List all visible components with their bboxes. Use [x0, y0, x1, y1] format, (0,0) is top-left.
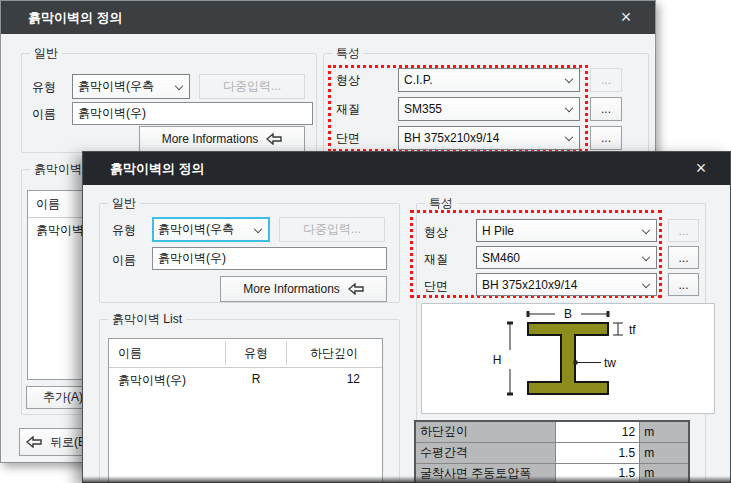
screenshot-stage: 흙막이벽의 정의 × 일반 유형 흙막이벽(우측 다중입력... 이름 흙막이벽…: [0, 0, 731, 483]
back-section-combobox[interactable]: BH 375x210x9/14: [398, 126, 580, 150]
front-multi-input-button[interactable]: 다중입력...: [279, 217, 385, 242]
front-close-button[interactable]: ×: [686, 156, 716, 181]
back-section-more-button[interactable]: ...: [590, 126, 622, 150]
back-type-label: 유형: [32, 79, 56, 96]
front-name-input[interactable]: 흙막이벽(우): [152, 247, 387, 270]
back-list-header-name: 이름: [36, 196, 60, 213]
param-row: 수평간격 1.5 m: [415, 442, 689, 463]
back-shape-label: 형상: [336, 72, 360, 89]
list-header-name[interactable]: 이름: [118, 345, 142, 362]
back-properties-label: 특성: [332, 46, 364, 61]
arrow-left-icon: [266, 133, 282, 145]
back-type-combobox[interactable]: 흙막이벽(우측: [72, 74, 190, 99]
back-material-more-button[interactable]: ...: [590, 97, 622, 121]
front-section-more-button[interactable]: ...: [668, 273, 699, 296]
h-beam-section-diagram: B H tf tw: [421, 303, 715, 414]
arrow-left-icon: [26, 436, 42, 448]
front-titlebar[interactable]: 흙막이벽의 정의: [83, 152, 730, 185]
param-row: 하단깊이 12 m: [415, 421, 689, 442]
param-table: 하단깊이 12 m 수평간격 1.5 m 굴착사면 주동토압폭 1.5 m: [414, 420, 690, 483]
front-properties-label: 특성: [425, 196, 457, 211]
close-icon: ×: [696, 158, 707, 178]
param-value-input[interactable]: 1.5: [555, 463, 640, 483]
front-type-combobox[interactable]: 흙막이벽(우측: [152, 217, 270, 242]
front-material-label: 재질: [424, 251, 448, 268]
list-row-type[interactable]: R: [226, 372, 286, 386]
front-type-label: 유형: [112, 222, 136, 239]
back-name-input[interactable]: 흙막이벽(우): [72, 102, 313, 125]
arrow-left-icon: [348, 283, 364, 295]
front-dialog-body: 일반 유형 흙막이벽(우측 다중입력... 이름 흙막이벽(우) More In…: [83, 185, 730, 482]
param-value-input[interactable]: 1.5: [555, 442, 640, 463]
list-header-depth[interactable]: 하단깊이: [287, 345, 381, 362]
front-section-combobox[interactable]: BH 375x210x9/14: [476, 273, 657, 296]
front-general-label: 일반: [108, 196, 140, 211]
back-more-informations-button[interactable]: More Informations: [139, 126, 305, 152]
front-shape-combobox[interactable]: H Pile: [476, 219, 657, 242]
front-wall-listbox: 이름 유형 하단깊이 흙막이벽(우) R 12: [108, 338, 383, 483]
close-icon: ×: [621, 7, 632, 27]
chevron-down-icon: [642, 225, 650, 233]
chevron-down-icon: [642, 279, 650, 287]
back-groupbox-properties: 특성 형상 C.I.P. ... 재질 SM355 ...: [323, 53, 649, 165]
chevron-down-icon: [565, 133, 573, 141]
back-type-value: 흙막이벽(우측: [78, 78, 154, 95]
list-header-separator: [225, 341, 226, 365]
back-close-button[interactable]: ×: [611, 5, 641, 30]
back-name-label: 이름: [32, 106, 56, 123]
dim-label-h: H: [493, 353, 502, 367]
chevron-down-icon: [565, 104, 573, 112]
chevron-down-icon: [254, 224, 262, 232]
chevron-down-icon: [642, 252, 650, 260]
h-beam-svg: B H tf tw: [453, 307, 683, 410]
front-groupbox-wall-list: 흙막이벽 List 이름 유형 하단깊이 흙막이벽(우) R 12: [99, 319, 400, 483]
chevron-down-icon: [175, 81, 183, 89]
front-material-combobox[interactable]: SM460: [476, 246, 657, 269]
front-type-value: 흙막이벽(우측: [158, 221, 234, 238]
back-titlebar[interactable]: 흙막이벽의 정의: [1, 1, 655, 34]
list-header-separator: [286, 341, 287, 365]
param-value-input[interactable]: 12: [555, 421, 640, 442]
h-beam-shape: [528, 323, 608, 394]
param-unit: m: [640, 463, 689, 483]
front-wall-list-label: 흙막이벽 List: [108, 312, 186, 327]
back-general-label: 일반: [30, 46, 62, 61]
front-dialog-title: 흙막이벽의 정의: [110, 160, 205, 178]
back-multi-input-button[interactable]: 다중입력...: [199, 74, 305, 99]
param-row: 굴착사면 주동토압폭 1.5 m: [415, 463, 689, 483]
back-section-label: 단면: [336, 130, 360, 147]
front-shape-more-button[interactable]: ...: [668, 219, 699, 242]
dim-label-b: B: [564, 307, 572, 321]
chevron-down-icon: [565, 75, 573, 83]
param-unit: m: [640, 421, 689, 442]
front-material-more-button[interactable]: ...: [668, 246, 699, 269]
front-groupbox-general: 일반 유형 흙막이벽(우측 다중입력... 이름 흙막이벽(우) More In…: [99, 203, 400, 303]
front-section-label: 단면: [424, 278, 448, 295]
dim-label-tf: tf: [629, 323, 636, 337]
front-name-label: 이름: [112, 252, 136, 269]
back-shape-more-button[interactable]: ...: [590, 68, 622, 92]
param-label: 하단깊이: [415, 421, 555, 442]
back-shape-combobox[interactable]: C.I.P.: [398, 68, 580, 92]
param-unit: m: [640, 442, 689, 463]
dim-label-tw: tw: [604, 356, 616, 370]
dialog-wall-definition-front: 흙막이벽의 정의 × 일반 유형 흙막이벽(우측 다중입력... 이름 흙막이벽…: [82, 151, 731, 483]
back-groupbox-general: 일반 유형 흙막이벽(우측 다중입력... 이름 흙막이벽(우) More In…: [21, 53, 317, 153]
list-row-depth[interactable]: 12: [287, 372, 360, 386]
back-material-combobox[interactable]: SM355: [398, 97, 580, 121]
front-shape-label: 형상: [424, 224, 448, 241]
list-row-name[interactable]: 흙막이벽(우): [118, 372, 186, 389]
list-header-divider: [109, 367, 382, 368]
param-label: 수평간격: [415, 442, 555, 463]
list-header-type[interactable]: 유형: [226, 345, 286, 362]
back-dialog-title: 흙막이벽의 정의: [28, 9, 123, 27]
param-label: 굴착사면 주동토압폭: [415, 463, 555, 483]
front-more-informations-button[interactable]: More Informations: [220, 276, 387, 302]
back-material-label: 재질: [336, 101, 360, 118]
